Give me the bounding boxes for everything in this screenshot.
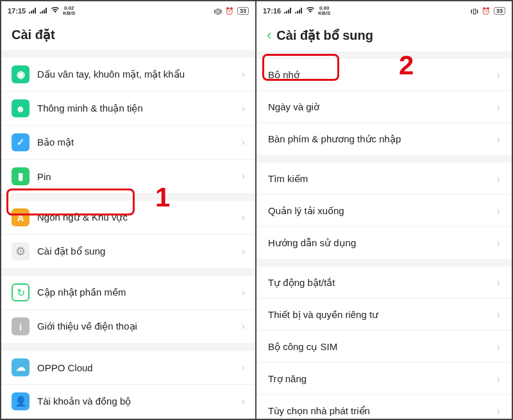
chevron-right-icon: ›: [497, 405, 500, 417]
page-title: Cài đặt bổ sung: [276, 28, 373, 43]
shield-icon: ✓: [12, 133, 29, 151]
item-label: Bảo mật: [37, 137, 242, 148]
settings-group: ☁OPPO Cloud›👤Tài khoản và đồng bộ›GGoogl…: [1, 351, 255, 419]
info-icon: i: [12, 317, 29, 335]
settings-item[interactable]: Tự động bật/tắt›: [256, 267, 512, 299]
chevron-right-icon: ›: [242, 69, 245, 80]
chevron-right-icon: ›: [497, 173, 500, 185]
item-label: OPPO Cloud: [37, 362, 242, 373]
settings-item[interactable]: ANgôn ngữ & Khu vực›: [1, 201, 255, 235]
update-icon: ↻: [12, 283, 29, 301]
settings-item[interactable]: ☻Thông minh & thuận tiện›: [1, 92, 255, 126]
chevron-right-icon: ›: [242, 171, 245, 182]
chevron-right-icon: ›: [242, 212, 245, 223]
section-gap: [256, 155, 512, 163]
settings-item[interactable]: iGiới thiệu về điện thoại›: [1, 310, 255, 343]
item-label: Cập nhật phần mềm: [37, 287, 242, 298]
settings-item[interactable]: 👤Tài khoản và đồng bộ›: [1, 385, 255, 419]
chevron-right-icon: ›: [242, 396, 245, 407]
settings-item[interactable]: ☁OPPO Cloud›: [1, 351, 255, 385]
status-time: 17:15: [8, 7, 26, 15]
signal-icon: [284, 7, 292, 15]
settings-item[interactable]: Tùy chọn nhà phát triển›: [256, 395, 512, 419]
chevron-right-icon: ›: [242, 103, 245, 114]
item-label: Hướng dẫn sử dụng: [268, 237, 497, 249]
language-icon: A: [12, 208, 29, 226]
battery-badge: 33: [494, 7, 505, 15]
settings-group: ◉Dấu vân tay, khuôn mặt, mật khẩu›☻Thông…: [1, 58, 255, 193]
status-time: 17:16: [263, 7, 281, 15]
settings-item[interactable]: ⚙Cài đặt bổ sung›: [1, 235, 255, 268]
cloud-icon: ☁: [12, 358, 29, 376]
item-label: Cài đặt bổ sung: [37, 246, 242, 257]
vibrate-icon: ı▯ı: [214, 7, 222, 15]
settings-item[interactable]: Trợ năng›: [256, 363, 512, 395]
item-label: Bàn phím & phương thức nhập: [268, 133, 497, 145]
item-label: Giới thiệu về điện thoại: [37, 321, 242, 332]
settings-item[interactable]: ✓Bảo mật›: [1, 126, 255, 160]
settings-item[interactable]: Quản lý tải xuống›: [256, 195, 512, 227]
item-label: Ngôn ngữ & Khu vực: [37, 212, 242, 223]
status-bar: 17:16 0.00KB/S ı▯ı ⏰ 33: [256, 1, 512, 21]
status-kb: 0.02KB/S: [63, 6, 75, 16]
battery-badge: 33: [237, 7, 249, 15]
settings-item[interactable]: Bàn phím & phương thức nhập›: [256, 123, 512, 155]
settings-item[interactable]: Bộ công cụ SIM›: [256, 331, 512, 363]
signal-icon: [295, 7, 303, 15]
signal-icon: [29, 7, 37, 15]
chevron-right-icon: ›: [497, 373, 500, 385]
alarm-icon: ⏰: [225, 7, 234, 15]
settings-item[interactable]: Ngày và giờ›: [256, 91, 512, 123]
chevron-right-icon: ›: [242, 321, 245, 332]
status-kb: 0.00KB/S: [318, 6, 330, 16]
section-gap: [1, 193, 255, 201]
chevron-right-icon: ›: [242, 246, 245, 257]
fingerprint-icon: ◉: [12, 65, 29, 83]
item-label: Tự động bật/tắt: [268, 277, 497, 289]
chevron-right-icon: ›: [497, 101, 500, 113]
settings-item[interactable]: ▮Pin›: [1, 160, 255, 193]
alarm-icon: ⏰: [482, 7, 491, 15]
item-label: Quản lý tải xuống: [268, 205, 497, 217]
wifi-icon: [51, 7, 60, 15]
account-icon: 👤: [12, 392, 29, 410]
screen-settings: 17:15 0.02KB/S ı▯ı ⏰ 33 Cài đặt ◉Dấu vân…: [1, 1, 256, 419]
chevron-right-icon: ›: [242, 287, 245, 298]
item-label: Thiết bị và quyền riêng tư: [268, 309, 497, 321]
vibrate-icon: ı▯ı: [471, 7, 478, 15]
chevron-right-icon: ›: [497, 277, 500, 289]
item-label: Ngày và giờ: [268, 101, 497, 113]
chevron-right-icon: ›: [497, 133, 500, 145]
item-label: Tài khoản và đồng bộ: [37, 396, 242, 407]
chevron-right-icon: ›: [497, 341, 500, 353]
chevron-right-icon: ›: [242, 362, 245, 373]
back-icon[interactable]: ‹: [267, 27, 271, 44]
header: Cài đặt: [1, 21, 255, 50]
section-gap: [1, 343, 255, 351]
section-gap: [256, 51, 512, 59]
settings-item[interactable]: Bộ nhớ›: [256, 59, 512, 91]
settings-item[interactable]: Tìm kiếm›: [256, 163, 512, 195]
smart-icon: ☻: [12, 99, 29, 117]
chevron-right-icon: ›: [497, 205, 500, 217]
status-bar: 17:15 0.02KB/S ı▯ı ⏰ 33: [1, 1, 255, 21]
item-label: Tùy chọn nhà phát triển: [268, 405, 497, 417]
settings-item[interactable]: ↻Cập nhật phần mềm›: [1, 276, 255, 310]
item-label: Pin: [37, 171, 242, 182]
settings-item[interactable]: Hướng dẫn sử dụng›: [256, 227, 512, 259]
section-gap: [256, 259, 512, 267]
settings-group: Tìm kiếm›Quản lý tải xuống›Hướng dẫn sử …: [256, 163, 512, 259]
settings-item[interactable]: ◉Dấu vân tay, khuôn mặt, mật khẩu›: [1, 58, 255, 92]
item-label: Dấu vân tay, khuôn mặt, mật khẩu: [37, 69, 242, 80]
settings-group: ↻Cập nhật phần mềm›iGiới thiệu về điện t…: [1, 276, 255, 343]
chevron-right-icon: ›: [497, 237, 500, 249]
gear-icon: ⚙: [12, 242, 29, 260]
section-gap: [1, 50, 255, 58]
settings-group: ANgôn ngữ & Khu vực›⚙Cài đặt bổ sung›: [1, 201, 255, 268]
item-label: Thông minh & thuận tiện: [37, 103, 242, 114]
wifi-icon: [306, 7, 315, 15]
screen-additional-settings: 17:16 0.00KB/S ı▯ı ⏰ 33 ‹ Cài đặt bổ sun…: [256, 1, 512, 419]
settings-item[interactable]: Thiết bị và quyền riêng tư›: [256, 299, 512, 331]
item-label: Tìm kiếm: [268, 173, 497, 185]
page-title: Cài đặt: [12, 27, 55, 42]
